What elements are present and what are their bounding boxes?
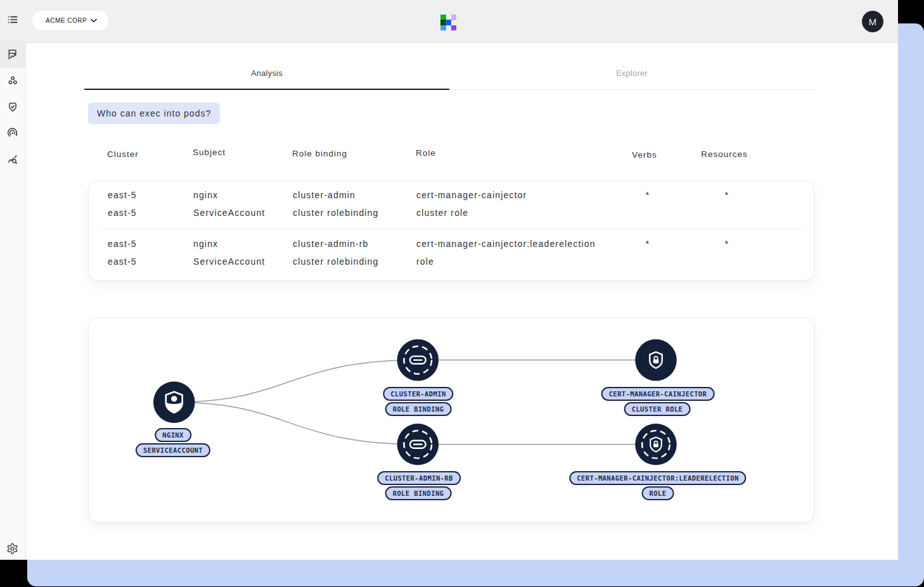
column-header-role: Role	[416, 148, 436, 158]
cell-role: cluster role	[416, 208, 468, 218]
cell-role: cert-manager-cainjector:leaderelection	[416, 239, 596, 249]
node-type-label: SERVICEACCOUNT	[136, 443, 210, 457]
org-name: ACME CORP	[46, 17, 87, 24]
query-chip[interactable]: Who can exec into pods?	[88, 103, 220, 124]
tab-analysis[interactable]: Analysis	[84, 63, 449, 90]
cell-role-binding: cluster-admin	[293, 190, 356, 200]
cell-cluster: east-5	[108, 208, 137, 218]
cell-subject: ServiceAccount	[193, 256, 265, 267]
column-header-subject: Subject	[193, 148, 226, 157]
cell-subject: nginx	[193, 190, 218, 200]
cell-verbs: *	[646, 238, 650, 249]
results-table: east-5 nginx cluster-admin cert-manager-…	[88, 180, 814, 281]
cell-role: cert-manager-cainjector	[416, 190, 527, 200]
node-label: CERT-MANAGER-CAINJECTOR	[601, 387, 715, 401]
node-label: NGINX	[155, 428, 191, 442]
graph-node-role-2[interactable]	[635, 424, 677, 465]
node-label: CLUSTER-ADMIN	[383, 387, 453, 401]
tabbar: Analysis Explorer	[84, 63, 814, 90]
column-header-resources: Resources	[701, 149, 748, 159]
cell-verbs: *	[646, 189, 650, 200]
cell-role-binding: cluster rolebinding	[293, 208, 378, 218]
cell-cluster: east-5	[108, 239, 137, 249]
graph-node-rolebinding-1[interactable]	[397, 339, 439, 381]
node-type-label: CLUSTER ROLE	[624, 402, 691, 416]
node-type-label: ROLE	[642, 486, 674, 500]
app-window: ACME CORP M	[0, 0, 898, 560]
table-row[interactable]: east-5 nginx cluster-admin cert-manager-…	[89, 181, 814, 229]
user-avatar[interactable]: M	[862, 11, 883, 32]
node-label: CLUSTER-ADMIN-RB	[377, 471, 461, 485]
chevron-down-icon	[91, 18, 97, 23]
cell-role-binding: cluster-admin-rb	[293, 239, 369, 249]
graph-node-rolebinding-2[interactable]	[397, 424, 439, 465]
cell-role: role	[416, 256, 434, 267]
sidebar-item-trends chart-search-icon[interactable]	[6, 153, 19, 166]
sidebar-item-detections radar-alert-icon[interactable]	[6, 127, 19, 139]
rbac-graph: NGINX SERVICEACCOUNT CLUSTER-ADMIN ROLE …	[88, 318, 814, 522]
node-type-label: ROLE BINDING	[385, 486, 452, 500]
column-header-cluster: Cluster	[107, 149, 139, 159]
cell-role-binding: cluster rolebinding	[293, 256, 378, 267]
column-header-role-binding: Role binding	[292, 149, 347, 158]
app-logo-icon	[440, 15, 457, 31]
node-type-label: ROLE BINDING	[385, 402, 452, 416]
sidebar	[0, 43, 26, 560]
cell-resources: *	[725, 238, 729, 249]
settings-button gear-icon[interactable]	[6, 542, 19, 555]
sidebar-item-analysis flag-chart-icon[interactable]	[6, 48, 19, 61]
topbar: ACME CORP M	[0, 0, 898, 43]
node-label: CERT-MANAGER-CAINJECTOR:LEADERELECTION	[569, 471, 746, 485]
cell-subject: ServiceAccount	[193, 208, 265, 218]
sidebar-item-clusters nodes-icon[interactable]	[6, 74, 19, 87]
column-header-verbs: Verbs	[632, 150, 657, 160]
cell-subject: nginx	[193, 239, 218, 249]
tab-explorer[interactable]: Explorer	[449, 63, 814, 90]
cell-cluster: east-5	[108, 190, 137, 200]
org-switcher-button[interactable]: ACME CORP	[32, 11, 108, 30]
avatar-initial: M	[869, 16, 877, 27]
graph-node-subject[interactable]	[153, 381, 195, 423]
table-row[interactable]: east-5 nginx cluster-admin-rb cert-manag…	[89, 229, 814, 280]
graph-node-role-1[interactable]	[635, 339, 677, 381]
cell-resources: *	[725, 189, 729, 200]
cell-cluster: east-5	[108, 256, 137, 267]
table-header: Cluster Subject Role binding Role Verbs …	[88, 146, 814, 165]
sidebar-item-policies shield-check-icon[interactable]	[6, 101, 19, 113]
menu-list-icon[interactable]	[6, 13, 19, 26]
